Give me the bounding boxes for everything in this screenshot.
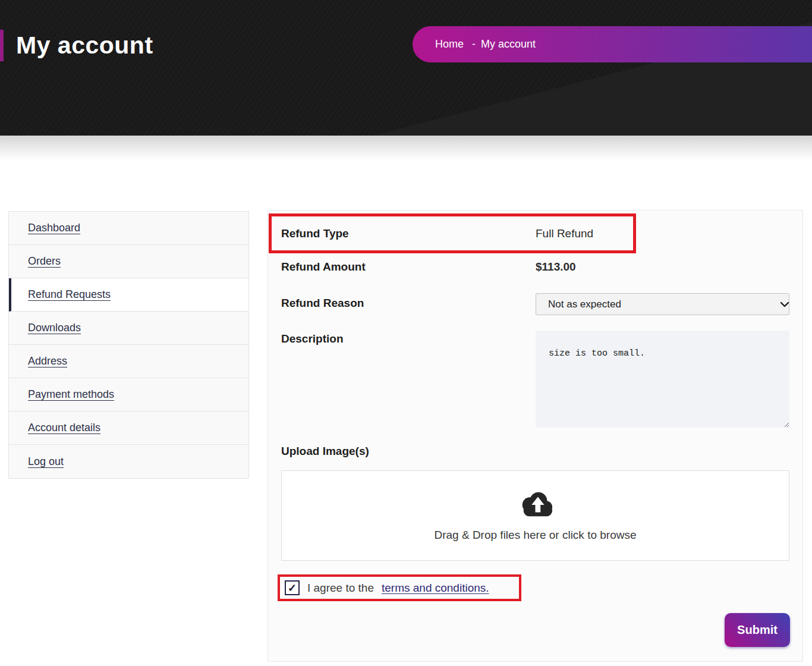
sidebar-item-log-out[interactable]: Log out [9, 445, 248, 478]
upload-images-label: Upload Image(s) [281, 445, 369, 458]
sidebar-item-address[interactable]: Address [9, 345, 248, 378]
sidebar-item-orders[interactable]: Orders [9, 245, 248, 278]
sidebar-item-label: Dashboard [28, 222, 80, 234]
checkmark-icon: ✓ [288, 583, 297, 593]
sidebar-item-payment-methods[interactable]: Payment methods [9, 378, 248, 411]
breadcrumb: Home - My account [413, 26, 812, 62]
refund-reason-label: Refund Reason [281, 297, 364, 310]
sidebar-item-label: Address [28, 355, 67, 367]
refund-form-panel: Refund Type Full Refund Refund Amount $1… [267, 210, 803, 662]
upload-cloud-icon [517, 489, 554, 520]
terms-checkbox[interactable]: ✓ [285, 580, 300, 595]
refund-type-value: Full Refund [536, 227, 593, 240]
sidebar-item-label: Refund Requests [28, 288, 111, 301]
sidebar-item-label: Payment methods [28, 388, 114, 401]
account-nav: Dashboard Orders Refund Requests Downloa… [8, 211, 249, 479]
submit-button[interactable]: Submit [725, 613, 790, 647]
terms-link[interactable]: terms and conditions. [382, 582, 489, 595]
sidebar-item-label: Orders [28, 255, 61, 268]
breadcrumb-home-link[interactable]: Home [435, 38, 464, 51]
sidebar-item-label: Account details [28, 422, 100, 434]
title-accent-bar [0, 30, 4, 61]
description-textarea[interactable]: size is too small. [536, 331, 789, 428]
refund-type-label: Refund Type [281, 227, 349, 240]
sidebar-item-refund-requests[interactable]: Refund Requests [9, 278, 248, 312]
refund-amount-label: Refund Amount [281, 260, 366, 274]
refund-amount-value: $113.00 [536, 260, 576, 274]
sidebar-item-dashboard[interactable]: Dashboard [9, 212, 248, 245]
breadcrumb-current: My account [481, 38, 536, 51]
header-shadow [0, 136, 812, 161]
sidebar-item-downloads[interactable]: Downloads [9, 312, 248, 345]
upload-dropzone[interactable]: Drag & Drop files here or click to brows… [281, 470, 789, 561]
sidebar-item-label: Log out [28, 455, 64, 468]
description-label: Description [281, 332, 344, 345]
sidebar-item-label: Downloads [28, 322, 81, 334]
breadcrumb-separator: - [472, 38, 476, 51]
refund-type-row-highlight: Refund Type Full Refund [269, 213, 636, 253]
terms-agreement-highlight: ✓ I agree to the terms and conditions. [278, 574, 521, 601]
page-title: My account [16, 29, 153, 62]
page: My account Home - My account Dashboard O… [0, 0, 812, 666]
refund-reason-select[interactable]: Not as expected [536, 293, 789, 315]
sidebar-item-account-details[interactable]: Account details [9, 411, 248, 445]
page-header: My account Home - My account [0, 0, 812, 136]
agreement-text: I agree to the [307, 582, 374, 595]
dropzone-text: Drag & Drop files here or click to brows… [434, 529, 636, 542]
